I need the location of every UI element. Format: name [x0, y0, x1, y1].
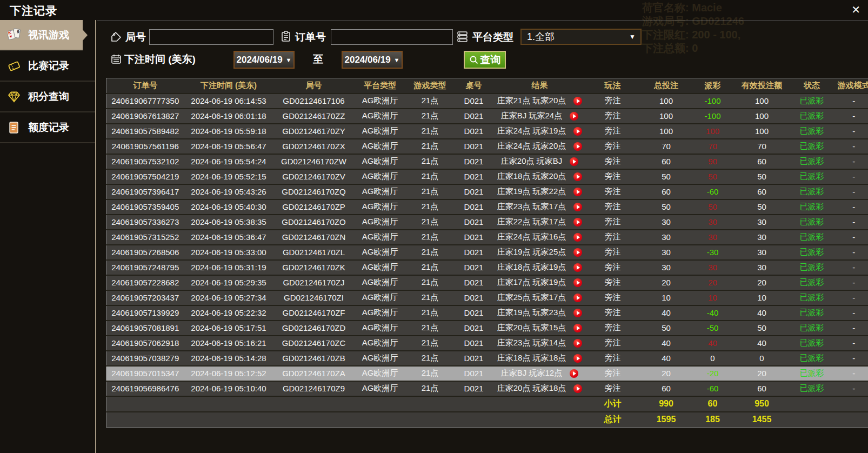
play-video-icon[interactable]: [573, 142, 582, 151]
table-row[interactable]: 240619056986476 2024-06-19 05:10:40 GD02…: [106, 381, 868, 396]
bet-time-cell: 2024-06-19 05:14:28: [184, 351, 273, 366]
platform-cell: AG欧洲厅: [355, 245, 406, 260]
valid-bet-cell: 60: [732, 381, 792, 396]
table-row[interactable]: 240619057038279 2024-06-19 05:14:28 GD02…: [106, 351, 868, 366]
game-mode-cell: -: [832, 94, 868, 109]
table-number-cell: D021: [455, 351, 493, 366]
table-row[interactable]: 240619057248795 2024-06-19 05:31:19 GD02…: [106, 260, 868, 275]
round-number-cell: GD021246170ZF: [273, 305, 355, 321]
table-row[interactable]: 240619057015347 2024-06-19 05:12:52 GD02…: [106, 366, 868, 381]
table-row[interactable]: 240619057315252 2024-06-19 05:36:47 GD02…: [106, 230, 868, 245]
play-video-icon[interactable]: [573, 278, 582, 287]
play-video-icon[interactable]: [573, 263, 582, 272]
document-icon: [7, 121, 22, 135]
table-row[interactable]: 240619067613827 2024-06-19 06:01:18 GD02…: [106, 109, 868, 124]
play-video-icon[interactable]: [573, 97, 582, 105]
round-number-cell: GD021246170ZQ: [273, 184, 355, 199]
play-video-icon[interactable]: [573, 339, 582, 348]
sidebar-item-points-query[interactable]: 积分查询: [0, 82, 95, 112]
order-number-cell: 240619057203437: [106, 290, 184, 305]
status-cell: 已派彩: [792, 366, 832, 381]
payout-cell: 30: [693, 230, 732, 245]
result-cell: 庄家18点 玩家20点: [493, 169, 586, 184]
round-number-cell: GD021246170ZN: [273, 230, 355, 245]
table-row[interactable]: 240619057336273 2024-06-19 05:38:35 GD02…: [106, 215, 868, 230]
game-mode-cell: -: [832, 275, 868, 290]
table-row[interactable]: 240619057532102 2024-06-19 05:54:24 GD02…: [106, 154, 868, 169]
sidebar-item-label: 比赛记录: [28, 59, 69, 73]
play-video-icon[interactable]: [573, 384, 582, 393]
round-number-input[interactable]: [149, 29, 273, 45]
table-row[interactable]: 240619057139929 2024-06-19 05:22:32 GD02…: [106, 305, 868, 321]
game-mode-cell: -: [832, 215, 868, 230]
total-bet-cell: 40: [639, 305, 693, 321]
table-row[interactable]: 240619057268506 2024-06-19 05:33:00 GD02…: [106, 245, 868, 260]
game-mode-cell: -: [832, 169, 868, 184]
valid-bet-cell: 30: [732, 215, 792, 230]
bet-time-cell: 2024-06-19 05:59:18: [184, 124, 273, 139]
table-row[interactable]: 240619057504219 2024-06-19 05:52:15 GD02…: [106, 169, 868, 184]
titlebar: 下注记录: [0, 0, 868, 20]
result-text: 庄家25点 玩家17点: [497, 292, 566, 303]
valid-bet-cell: 100: [732, 109, 792, 124]
play-video-icon[interactable]: [573, 354, 582, 363]
play-video-icon[interactable]: [573, 324, 582, 332]
status-cell: 已派彩: [792, 245, 832, 260]
order-number-input[interactable]: [331, 29, 453, 45]
payout-cell: -20: [693, 366, 732, 381]
play-method-cell: 旁注: [586, 94, 639, 109]
platform-cell: AG欧洲厅: [355, 124, 406, 139]
play-method-cell: 旁注: [586, 109, 639, 124]
date-from-select[interactable]: 2024/06/19 ▼: [233, 51, 295, 69]
play-video-icon[interactable]: [573, 233, 582, 242]
sidebar-item-video-games[interactable]: 9 K♥ 视讯游戏: [0, 20, 83, 51]
payout-cell: 90: [693, 154, 732, 169]
game-type-cell: 21点: [406, 154, 455, 169]
play-video-icon[interactable]: [573, 294, 582, 302]
platform-cell: AG欧洲厅: [355, 169, 406, 184]
date-to-select[interactable]: 2024/06/19 ▼: [342, 51, 403, 69]
bet-time-cell: 2024-06-19 05:52:15: [184, 169, 273, 184]
order-number-cell: 240619057248795: [106, 260, 184, 275]
status-cell: 已派彩: [792, 199, 832, 215]
total-bet-cell: 40: [639, 351, 693, 366]
play-video-icon[interactable]: [573, 203, 582, 211]
order-number-cell: 240619057336273: [106, 215, 184, 230]
query-button[interactable]: 查询: [464, 51, 506, 69]
play-video-icon[interactable]: [570, 157, 578, 166]
table-row[interactable]: 240619057203437 2024-06-19 05:27:34 GD02…: [106, 290, 868, 305]
play-video-icon[interactable]: [573, 172, 582, 181]
table-row[interactable]: 240619057062918 2024-06-19 05:16:21 GD02…: [106, 336, 868, 351]
platform-type-select[interactable]: 1.全部 ▼: [520, 29, 642, 45]
bet-time-cell: 2024-06-19 05:40:30: [184, 199, 273, 215]
sidebar-item-match-records[interactable]: 比赛记录: [0, 51, 95, 82]
play-video-icon[interactable]: [570, 369, 578, 378]
round-number-cell: GD021246170ZC: [273, 336, 355, 351]
play-video-icon[interactable]: [573, 248, 582, 257]
total-payout: 185: [693, 412, 732, 428]
play-video-icon[interactable]: [570, 112, 578, 121]
play-video-icon[interactable]: [573, 188, 582, 196]
table-row[interactable]: 240619057359405 2024-06-19 05:40:30 GD02…: [106, 199, 868, 215]
result-cell: 庄家23点 玩家17点: [493, 199, 586, 215]
game-mode-cell: -: [832, 381, 868, 396]
sidebar-item-quota-records[interactable]: 额度记录: [0, 112, 95, 143]
table-row[interactable]: 240619057589482 2024-06-19 05:59:18 GD02…: [106, 124, 868, 139]
table-row[interactable]: 240619067777350 2024-06-19 06:14:53 GD02…: [106, 94, 868, 109]
column-header: 游戏类型: [406, 78, 455, 94]
payout-cell: 50: [693, 169, 732, 184]
gem-icon: [7, 90, 22, 104]
play-video-icon[interactable]: [573, 127, 582, 136]
table-row[interactable]: 240619057081891 2024-06-19 05:17:51 GD02…: [106, 321, 868, 336]
bet-time-cell: 2024-06-19 06:14:53: [184, 94, 273, 109]
game-type-cell: 21点: [406, 260, 455, 275]
round-number-cell: GD021246170ZI: [273, 290, 355, 305]
table-row[interactable]: 240619057396417 2024-06-19 05:43:26 GD02…: [106, 184, 868, 199]
result-cell: 庄家19点 玩家22点: [493, 184, 586, 199]
play-video-icon[interactable]: [573, 309, 582, 317]
play-video-icon[interactable]: [573, 218, 582, 226]
close-icon[interactable]: ✕: [851, 4, 860, 15]
play-method-cell: 旁注: [586, 154, 639, 169]
table-row[interactable]: 240619057561196 2024-06-19 05:56:47 GD02…: [106, 139, 868, 154]
table-row[interactable]: 240619057228682 2024-06-19 05:29:35 GD02…: [106, 275, 868, 290]
